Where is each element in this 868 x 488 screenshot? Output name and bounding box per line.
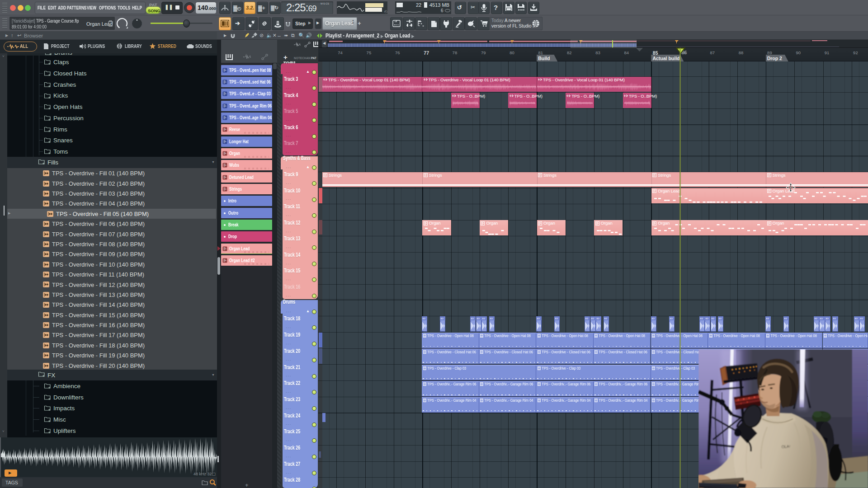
svg-text:OLAʴ: OLAʴ: [781, 444, 790, 450]
